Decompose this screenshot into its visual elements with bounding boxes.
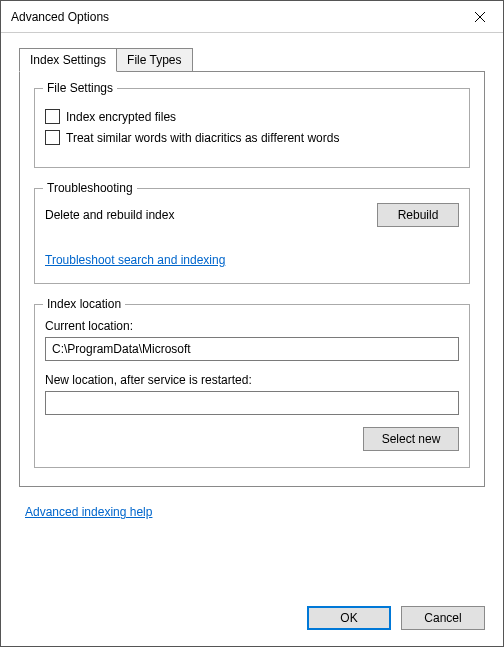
diacritics-label: Treat similar words with diacritics as d… [66, 131, 339, 145]
window-title: Advanced Options [1, 10, 457, 24]
current-location-label: Current location: [45, 319, 459, 333]
file-settings-legend: File Settings [43, 81, 117, 95]
cancel-button[interactable]: Cancel [401, 606, 485, 630]
index-location-group: Index location Current location: New loc… [34, 304, 470, 468]
diacritics-checkbox[interactable] [45, 130, 60, 145]
current-location-field[interactable] [45, 337, 459, 361]
advanced-options-dialog: Advanced Options Index Settings File Typ… [0, 0, 504, 647]
dialog-footer: OK Cancel [1, 594, 503, 646]
ok-button[interactable]: OK [307, 606, 391, 630]
rebuild-button[interactable]: Rebuild [377, 203, 459, 227]
advanced-help-link[interactable]: Advanced indexing help [25, 505, 152, 519]
index-encrypted-label: Index encrypted files [66, 110, 176, 124]
rebuild-row: Delete and rebuild index Rebuild [45, 203, 459, 227]
new-location-field[interactable] [45, 391, 459, 415]
select-new-row: Select new [45, 427, 459, 451]
tab-index-settings[interactable]: Index Settings [19, 48, 117, 72]
close-icon [475, 12, 485, 22]
index-encrypted-checkbox[interactable] [45, 109, 60, 124]
content-area: Index Settings File Types File Settings … [1, 33, 503, 594]
troubleshooting-group: Troubleshooting Delete and rebuild index… [34, 188, 470, 284]
index-encrypted-row: Index encrypted files [45, 109, 459, 124]
tab-panel: File Settings Index encrypted files Trea… [19, 71, 485, 487]
help-link-row: Advanced indexing help [25, 505, 479, 519]
troubleshooting-legend: Troubleshooting [43, 181, 137, 195]
select-new-button[interactable]: Select new [363, 427, 459, 451]
troubleshoot-link[interactable]: Troubleshoot search and indexing [45, 253, 225, 267]
rebuild-text: Delete and rebuild index [45, 208, 174, 222]
titlebar: Advanced Options [1, 1, 503, 33]
new-location-label: New location, after service is restarted… [45, 373, 459, 387]
tab-strip: Index Settings File Types [19, 47, 485, 71]
diacritics-row: Treat similar words with diacritics as d… [45, 130, 459, 145]
index-location-legend: Index location [43, 297, 125, 311]
tab-file-types[interactable]: File Types [117, 48, 192, 72]
file-settings-group: File Settings Index encrypted files Trea… [34, 88, 470, 168]
close-button[interactable] [457, 1, 503, 33]
